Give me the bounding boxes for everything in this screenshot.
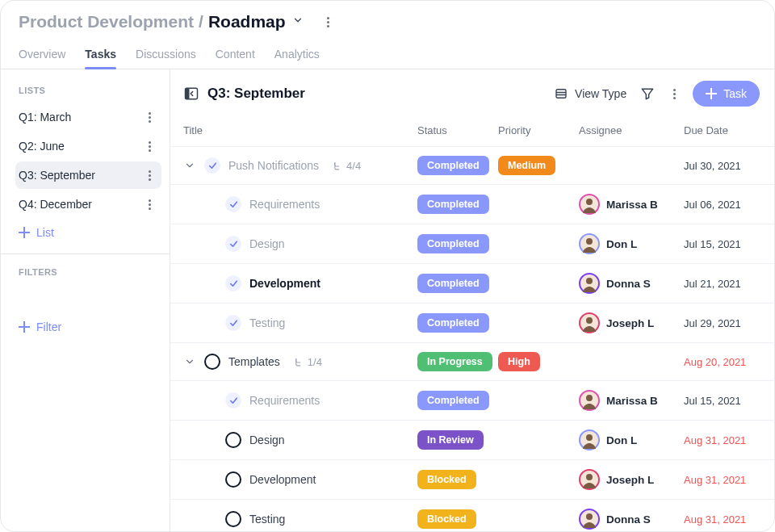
avatar[interactable] bbox=[579, 429, 600, 450]
task-checkbox-done[interactable] bbox=[225, 275, 241, 291]
more-menu-icon[interactable] bbox=[144, 199, 155, 210]
chevron-down-icon[interactable] bbox=[183, 159, 196, 172]
add-filter-label: Filter bbox=[36, 320, 61, 333]
view-type-button[interactable]: View Type bbox=[554, 86, 626, 101]
filter-icon[interactable] bbox=[639, 86, 656, 102]
task-title: Testing bbox=[249, 316, 285, 329]
col-priority[interactable]: Priority bbox=[498, 124, 579, 136]
more-menu-icon[interactable] bbox=[144, 112, 155, 123]
sidebar-filters-header: FILTERS bbox=[19, 267, 158, 277]
breadcrumb-current[interactable]: Roadmap bbox=[208, 12, 286, 31]
sidebar-item-label: Q4: December bbox=[19, 198, 92, 211]
task-checkbox-done[interactable] bbox=[225, 236, 241, 252]
avatar[interactable] bbox=[579, 390, 600, 411]
task-title: Design bbox=[249, 237, 285, 250]
add-filter-button[interactable]: Filter bbox=[15, 312, 161, 341]
assignee-name: Don L bbox=[606, 434, 637, 446]
due-date: Aug 31, 2021 bbox=[684, 513, 765, 526]
task-row-child[interactable]: DesignCompletedDon LJul 15, 2021 bbox=[170, 224, 774, 264]
add-list-button[interactable]: List bbox=[15, 218, 161, 247]
more-menu-icon[interactable] bbox=[144, 170, 155, 181]
svg-point-12 bbox=[586, 317, 593, 324]
task-checkbox-done[interactable] bbox=[225, 196, 241, 212]
avatar[interactable] bbox=[579, 273, 600, 294]
status-badge[interactable]: In Review bbox=[417, 430, 484, 450]
tab-tasks[interactable]: Tasks bbox=[85, 43, 116, 69]
assignee-name: Marissa B bbox=[606, 199, 658, 211]
col-assignee[interactable]: Assignee bbox=[579, 124, 684, 136]
sidebar-item-label: Q3: September bbox=[19, 169, 95, 182]
task-checkbox-open[interactable] bbox=[204, 354, 220, 370]
status-badge[interactable]: Completed bbox=[417, 195, 489, 214]
priority-badge[interactable]: High bbox=[498, 352, 540, 371]
due-date: Jul 29, 2021 bbox=[684, 317, 765, 329]
svg-rect-2 bbox=[556, 90, 566, 98]
task-checkbox-open[interactable] bbox=[225, 432, 241, 448]
task-row-child[interactable]: TestingCompletedJoseph LJul 29, 2021 bbox=[170, 304, 774, 343]
task-row-child[interactable]: RequirementsCompletedMarissa BJul 15, 20… bbox=[170, 381, 774, 421]
assignee-name: Marissa B bbox=[606, 395, 658, 407]
chevron-down-icon[interactable] bbox=[292, 15, 304, 29]
panel-collapse-icon[interactable] bbox=[183, 86, 199, 102]
svg-point-8 bbox=[586, 238, 593, 245]
due-date: Aug 31, 2021 bbox=[684, 474, 765, 486]
task-row-child[interactable]: TestingBlockedDonna SAug 31, 2021 bbox=[170, 500, 774, 531]
avatar[interactable] bbox=[579, 509, 600, 530]
new-task-button[interactable]: Task bbox=[693, 81, 760, 107]
svg-point-18 bbox=[586, 474, 593, 480]
tab-discussions[interactable]: Discussions bbox=[136, 43, 196, 69]
task-checkbox-done[interactable] bbox=[204, 157, 220, 174]
sidebar-list-item[interactable]: Q3: September bbox=[15, 161, 161, 189]
task-title: Development bbox=[249, 277, 320, 290]
due-date: Aug 31, 2021 bbox=[684, 434, 765, 446]
tab-overview[interactable]: Overview bbox=[19, 43, 65, 69]
status-badge[interactable]: Completed bbox=[417, 156, 489, 175]
avatar[interactable] bbox=[579, 194, 600, 215]
avatar[interactable] bbox=[579, 312, 600, 333]
task-checkbox-open[interactable] bbox=[225, 511, 241, 527]
tab-content[interactable]: Content bbox=[216, 43, 255, 69]
more-menu-icon[interactable] bbox=[668, 89, 680, 99]
sidebar-list-item[interactable]: Q2: June bbox=[15, 132, 161, 160]
due-date: Jul 06, 2021 bbox=[684, 199, 765, 211]
task-row-parent[interactable]: Templates1/4In ProgressHighAug 20, 2021 bbox=[170, 343, 774, 381]
status-badge[interactable]: Completed bbox=[417, 313, 489, 333]
task-row-child[interactable]: DesignIn ReviewDon LAug 31, 2021 bbox=[170, 421, 774, 460]
task-checkbox-done[interactable] bbox=[225, 315, 241, 331]
avatar[interactable] bbox=[579, 233, 600, 254]
more-menu-icon[interactable] bbox=[144, 141, 155, 152]
view-type-label: View Type bbox=[575, 87, 626, 100]
status-badge[interactable]: In Progress bbox=[417, 352, 492, 371]
breadcrumb-parent[interactable]: Product Development bbox=[19, 12, 194, 31]
status-badge[interactable]: Blocked bbox=[417, 470, 476, 489]
task-checkbox-open[interactable] bbox=[225, 471, 241, 488]
task-title: Push Notifications bbox=[228, 159, 319, 172]
chevron-down-icon[interactable] bbox=[183, 355, 196, 368]
status-badge[interactable]: Completed bbox=[417, 274, 489, 293]
sidebar-list-item[interactable]: Q4: December bbox=[15, 191, 161, 218]
status-badge[interactable]: Blocked bbox=[417, 509, 476, 529]
task-title: Design bbox=[249, 434, 285, 446]
status-badge[interactable]: Completed bbox=[417, 391, 489, 410]
col-due[interactable]: Due Date bbox=[684, 124, 765, 136]
assignee-name: Joseph L bbox=[606, 474, 654, 486]
sidebar-list-item[interactable]: Q1: March bbox=[15, 103, 161, 131]
task-row-child[interactable]: RequirementsCompletedMarissa BJul 06, 20… bbox=[170, 185, 774, 224]
avatar[interactable] bbox=[579, 469, 600, 490]
sidebar-item-label: Q2: June bbox=[19, 140, 65, 153]
col-status[interactable]: Status bbox=[417, 124, 498, 136]
due-date: Jul 30, 2021 bbox=[684, 160, 765, 172]
task-row-child[interactable]: DevelopmentCompletedDonna SJul 21, 2021 bbox=[170, 264, 774, 304]
priority-badge[interactable]: Medium bbox=[498, 156, 555, 175]
status-badge[interactable]: Completed bbox=[417, 234, 489, 253]
task-checkbox-done[interactable] bbox=[225, 392, 241, 408]
page-title: Q3: September bbox=[207, 86, 305, 102]
add-list-label: List bbox=[36, 226, 54, 239]
assignee-name: Joseph L bbox=[606, 317, 654, 329]
assignee-name: Don L bbox=[606, 238, 637, 250]
col-title[interactable]: Title bbox=[183, 124, 417, 136]
tab-analytics[interactable]: Analytics bbox=[274, 43, 320, 69]
task-row-parent[interactable]: Push Notifications4/4CompletedMediumJul … bbox=[170, 147, 774, 185]
task-row-child[interactable]: DevelopmentBlockedJoseph LAug 31, 2021 bbox=[170, 460, 774, 500]
more-menu-icon[interactable] bbox=[323, 17, 334, 27]
